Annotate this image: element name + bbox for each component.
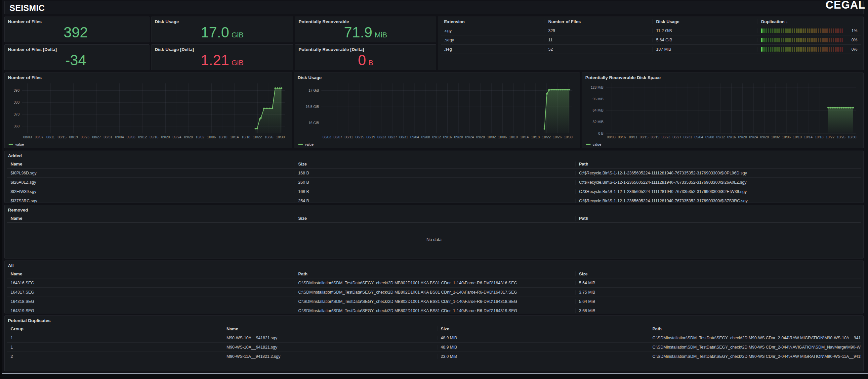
table-cell: C:\$Recycle.Bin\S-1-12-1-2365605224-1111… <box>576 180 861 185</box>
svg-text:10/18: 10/18 <box>531 135 540 139</box>
table-cell: 0% <box>758 38 861 42</box>
svg-text:09/08: 09/08 <box>421 135 430 139</box>
table-row: 1M90-WS-10A__941821.sgy48.9 MiBC:\SDMins… <box>7 343 861 352</box>
svg-text:08/31: 08/31 <box>683 135 692 139</box>
table-row: $I26A0LZ.sgy260 BC:\$Recycle.Bin\S-1-12-… <box>7 178 861 187</box>
column-header-size[interactable]: Size <box>295 162 576 167</box>
time-series-chart[interactable]: 08/0308/0708/1108/1508/1908/2308/2708/31… <box>7 81 289 140</box>
panel-title: All <box>5 261 863 269</box>
svg-text:08/15: 08/15 <box>640 135 648 139</box>
table-cell: 5.64 MiB <box>576 281 861 285</box>
table-cell: 5.64 GiB <box>653 38 758 42</box>
chart-legend[interactable]: value <box>9 142 24 146</box>
chart-legend[interactable]: value <box>298 142 313 146</box>
column-header-group[interactable]: Group <box>7 326 223 331</box>
column-header-path[interactable]: Path <box>576 216 861 221</box>
svg-text:10/26: 10/26 <box>553 135 561 139</box>
svg-text:96 MiB: 96 MiB <box>593 97 603 101</box>
table-cell: 48.9 MiB <box>437 345 649 350</box>
stat-value-group: 1.21GiB <box>201 53 243 67</box>
time-series-plot: 08/0308/0708/1108/1508/1908/2308/2708/31… <box>297 81 577 140</box>
svg-text:08/03: 08/03 <box>322 135 331 139</box>
column-header-name[interactable]: Name <box>7 216 295 221</box>
svg-text:360: 360 <box>13 124 20 128</box>
column-header-disk-usage[interactable]: Disk Usage <box>653 19 758 24</box>
svg-text:10/02: 10/02 <box>771 135 780 139</box>
column-header-number-of-files[interactable]: Number of Files <box>545 19 653 24</box>
time-series-plot: 08/0308/0708/1108/1508/1908/2308/2708/31… <box>7 81 289 140</box>
panel-title: Potentially Recoverable Disk Space <box>582 73 863 81</box>
table-cell: M90-WS-10A__941821.sgy <box>223 336 437 340</box>
column-header-size[interactable]: Size <box>437 326 649 331</box>
column-header-path[interactable]: Path <box>576 162 861 167</box>
svg-text:10/26: 10/26 <box>265 135 273 139</box>
time-series-chart[interactable]: 08/0308/0708/1108/1508/1908/2308/2708/31… <box>297 81 577 140</box>
window-left-edge <box>0 0 2 379</box>
column-header-size[interactable]: Size <box>295 216 576 221</box>
svg-text:08/03: 08/03 <box>23 135 32 139</box>
svg-text:17 GiB: 17 GiB <box>309 88 319 92</box>
panel-title: Potential Duplicates <box>5 316 863 324</box>
stat-unit: MiB <box>375 31 387 39</box>
table-cell: C:\SDMinstallation\SDM_TestData\SEGY_che… <box>295 299 576 304</box>
time-series-plot: 08/0308/0708/1108/1508/1908/2308/2708/31… <box>585 81 861 140</box>
table-row: 164319.SEGC:\SDMinstallation\SDM_TestDat… <box>7 306 861 314</box>
svg-text:09/04: 09/04 <box>115 135 124 139</box>
svg-text:09/16: 09/16 <box>150 135 158 139</box>
extension-summary-table-panel: ExtensionNumber of FilesDisk UsageDuplic… <box>438 17 864 70</box>
stat-panel-number-of-files: Number of Files 392 <box>4 17 150 42</box>
potential-duplicates-table: GroupNameSizePath1M90-WS-10A__941821.sgy… <box>5 324 863 361</box>
stat-unit: GiB <box>231 31 244 39</box>
svg-text:10/06: 10/06 <box>782 135 790 139</box>
table-cell: C:\SDMinstallation\SDM_TestData\SEGY_che… <box>649 354 861 359</box>
svg-text:08/23: 08/23 <box>81 135 89 139</box>
column-header-duplication[interactable]: Duplication ↓ <box>758 19 861 24</box>
below-viewport-area <box>0 374 868 379</box>
svg-text:08/03: 08/03 <box>607 135 615 139</box>
svg-text:09/28: 09/28 <box>476 135 485 139</box>
svg-text:09/24: 09/24 <box>749 135 758 139</box>
svg-text:128 MiB: 128 MiB <box>591 85 603 89</box>
column-header-size[interactable]: Size <box>576 271 861 276</box>
svg-text:10/22: 10/22 <box>826 135 834 139</box>
stat-unit: GiB <box>231 59 244 67</box>
svg-text:10/30: 10/30 <box>276 135 285 139</box>
svg-text:32 MiB: 32 MiB <box>593 120 603 124</box>
svg-text:10/10: 10/10 <box>219 135 227 139</box>
added-files-panel: Added NameSizePath$I0PL96D.sgy168 BC:\$R… <box>4 151 864 203</box>
stat-value-group: 392 <box>63 25 90 40</box>
svg-text:09/08: 09/08 <box>127 135 135 139</box>
stat-panel-disk-usage-delta: Disk Usage [Delta] 1.21GiB <box>151 45 293 70</box>
potential-duplicates-panel: Potential Duplicates GroupNameSizePath1M… <box>4 316 864 371</box>
table-row: .seg52187 MiB0% <box>441 45 861 54</box>
table-cell: $I37S3RC.sgy <box>7 199 295 203</box>
column-header-name[interactable]: Name <box>7 162 295 167</box>
chart-legend[interactable]: value <box>586 142 601 146</box>
time-series-chart[interactable]: 08/0308/0708/1108/1508/1908/2308/2708/31… <box>585 81 861 140</box>
panel-title: Disk Usage <box>294 73 580 81</box>
svg-text:380: 380 <box>13 100 20 104</box>
svg-text:09/12: 09/12 <box>716 135 725 139</box>
svg-text:09/28: 09/28 <box>760 135 769 139</box>
column-header-extension[interactable]: Extension <box>441 19 545 24</box>
panel-title: Added <box>5 151 863 159</box>
column-header-path[interactable]: Path <box>649 326 861 331</box>
dashboard-title: SEISMIC <box>5 1 863 13</box>
stat-value-group: -34 <box>65 53 89 67</box>
svg-text:10/18: 10/18 <box>242 135 250 139</box>
table-cell: C:\SDMinstallation\SDM_TestData\SEGY_che… <box>295 290 576 295</box>
column-header-name[interactable]: Name <box>223 326 437 331</box>
svg-text:10/22: 10/22 <box>542 135 551 139</box>
legend-color-swatch <box>298 144 303 145</box>
legend-label: value <box>593 142 601 146</box>
table-row: .segy115.64 GiB0% <box>441 35 861 45</box>
column-header-name[interactable]: Name <box>7 271 295 276</box>
stat-panel-disk-usage: Disk Usage 17.0GiB <box>151 17 293 42</box>
svg-text:10/30: 10/30 <box>564 135 572 139</box>
table-cell: C:\$Recycle.Bin\S-1-12-1-2365605224-1111… <box>576 199 861 203</box>
svg-text:370: 370 <box>13 112 20 116</box>
column-header-path[interactable]: Path <box>295 271 576 276</box>
table-cell: $I0PL96D.sgy <box>7 171 295 175</box>
chart-panel-disk-usage: Disk Usage 08/0308/0708/1108/1508/1908/2… <box>294 72 580 148</box>
svg-text:09/20: 09/20 <box>738 135 747 139</box>
